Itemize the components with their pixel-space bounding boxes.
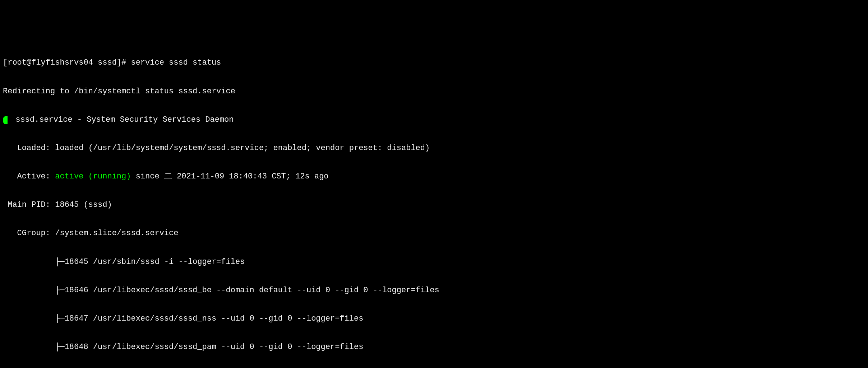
typed-command: service sssd status — [131, 58, 221, 67]
shell-prompt: [root@flyfishsrvs04 sssd]# — [3, 58, 131, 67]
active-status: active (running) — [55, 172, 131, 181]
main-pid-line: Main PID: 18645 (sssd) — [3, 200, 868, 210]
cgroup-process-1: ├─18645 /usr/sbin/sssd -i --logger=files — [3, 257, 868, 267]
active-since: since 二 2021-11-09 18:40:43 CST; 12s ago — [131, 172, 328, 181]
terminal-window[interactable]: [root@flyfishsrvs04 sssd]# service sssd … — [0, 38, 868, 368]
service-name-desc: sssd.service - System Security Services … — [11, 115, 234, 124]
redirect-message: Redirecting to /bin/systemctl status sss… — [3, 87, 868, 96]
command-line: [root@flyfishsrvs04 sssd]# service sssd … — [3, 58, 868, 67]
service-header-line: sssd.service - System Security Services … — [3, 115, 868, 125]
cgroup-header: CGroup: /system.slice/sssd.service — [3, 229, 868, 238]
cgroup-process-2: ├─18646 /usr/libexec/sssd/sssd_be --doma… — [3, 286, 868, 295]
cgroup-process-4: ├─18648 /usr/libexec/sssd/sssd_pam --uid… — [3, 343, 868, 352]
loaded-line: Loaded: loaded (/usr/lib/systemd/system/… — [3, 144, 868, 153]
status-bullet-icon — [3, 116, 8, 124]
active-label: Active: — [3, 172, 55, 181]
active-line: Active: active (running) since 二 2021-11… — [3, 172, 868, 181]
cgroup-process-3: ├─18647 /usr/libexec/sssd/sssd_nss --uid… — [3, 314, 868, 323]
